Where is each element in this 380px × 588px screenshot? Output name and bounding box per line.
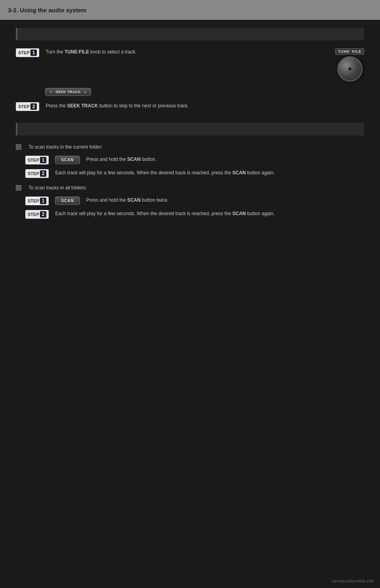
step-label-s2: STEP bbox=[28, 171, 39, 176]
bullet-square-1 bbox=[16, 144, 21, 150]
step-label: STEP bbox=[18, 50, 30, 55]
scan-all-step-2-number: 2 bbox=[40, 211, 47, 218]
step-2-number: 2 bbox=[30, 103, 37, 110]
scan-all-step-2-text: Each track will play for a few seconds. … bbox=[55, 210, 364, 218]
step-1-content: Turn the TUNE·FILE knob to select a trac… bbox=[46, 48, 364, 82]
scan-step-2-badge: STEP 2 bbox=[25, 169, 49, 178]
scan-all-step-1-badge: STEP 1 bbox=[25, 197, 49, 205]
tune-file-label: TUNE· FILE bbox=[335, 48, 364, 55]
page-header: 3-2. Using the audio system bbox=[0, 0, 380, 20]
scan-all-step-1-number: 1 bbox=[40, 198, 47, 204]
section-2: To scan tracks in the current folder: ST… bbox=[16, 123, 364, 219]
arrow-up-icon: ▲ bbox=[84, 90, 87, 94]
step-1-text: Turn the TUNE·FILE knob to select a trac… bbox=[46, 48, 327, 56]
scan-all-step-1-text: Press and hold the SCAN button twice. bbox=[86, 197, 364, 204]
step-2-row: STEP 2 Press the SEEK TRACK button to sk… bbox=[16, 102, 364, 111]
step-1-number: 1 bbox=[30, 50, 37, 56]
step-label-2: STEP bbox=[18, 104, 30, 109]
scan-all-step-2-badge: STEP 2 bbox=[25, 210, 49, 219]
scan-step-2-text: Each track will play for a few seconds. … bbox=[55, 169, 364, 177]
step-1-badge: STEP 1 bbox=[16, 48, 39, 57]
watermark: carmanualsonline.info bbox=[331, 578, 374, 583]
section-1: STEP 1 Turn the TUNE·FILE knob to select… bbox=[16, 28, 364, 111]
tune-file-control: TUNE· FILE bbox=[335, 48, 364, 82]
tune-file-knob[interactable] bbox=[337, 56, 363, 82]
scan-all-step-2-row: STEP 2 Each track will play for a few se… bbox=[25, 210, 364, 219]
seek-track-button[interactable]: ▼ SEEK TRACK ▲ bbox=[45, 88, 91, 96]
bullet-scan-current: To scan tracks in the current folder: bbox=[16, 143, 364, 151]
bullet-text-1: To scan tracks in the current folder: bbox=[28, 143, 364, 151]
scan-step-1-text: Press and hold the SCAN button. bbox=[86, 156, 364, 163]
page-title: 3-2. Using the audio system bbox=[8, 7, 86, 13]
scan-step-2-row: STEP 2 Each track will play for a few se… bbox=[25, 169, 364, 178]
step-label-s1: STEP bbox=[28, 158, 39, 162]
scan-step-1-badge: STEP 1 bbox=[25, 156, 49, 164]
scan-step-1-row: STEP 1 SCAN Press and hold the SCAN butt… bbox=[25, 156, 364, 164]
bullet-scan-all: To scan tracks in all folders: bbox=[16, 184, 364, 192]
scan-button-1[interactable]: SCAN bbox=[55, 156, 80, 164]
step-1-row: STEP 1 Turn the TUNE·FILE knob to select… bbox=[16, 48, 364, 82]
section-1-header bbox=[16, 28, 364, 40]
step-label-sa1: STEP bbox=[28, 199, 39, 203]
scan-step-2-number: 2 bbox=[40, 170, 47, 177]
seek-track-area: ▼ SEEK TRACK ▲ bbox=[45, 88, 364, 96]
step-2-text: Press the SEEK TRACK button to skip to t… bbox=[46, 102, 364, 110]
arrow-down-icon: ▼ bbox=[49, 90, 53, 94]
scan-all-step-1-row: STEP 1 SCAN Press and hold the SCAN butt… bbox=[25, 197, 364, 205]
section-2-header bbox=[16, 123, 364, 136]
bullet-square-2 bbox=[16, 185, 21, 191]
step-2-badge: STEP 2 bbox=[16, 102, 39, 111]
scan-button-2[interactable]: SCAN bbox=[55, 197, 80, 205]
content-area: STEP 1 Turn the TUNE·FILE knob to select… bbox=[0, 20, 380, 239]
scan-step-1-number: 1 bbox=[40, 157, 47, 163]
bullet-text-2: To scan tracks in all folders: bbox=[28, 184, 364, 192]
step-label-sa2: STEP bbox=[28, 212, 39, 217]
